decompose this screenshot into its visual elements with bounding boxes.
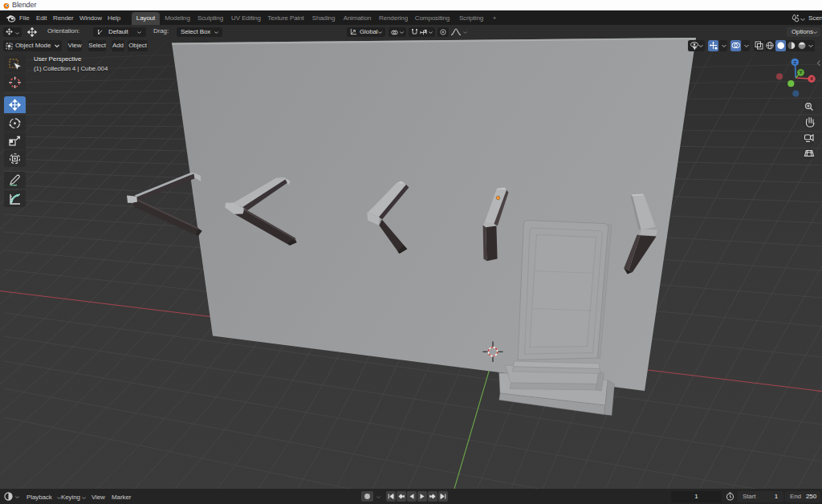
svg-text:Y: Y xyxy=(800,70,803,75)
svg-text:Z: Z xyxy=(794,60,797,65)
svg-text:X: X xyxy=(810,76,813,81)
